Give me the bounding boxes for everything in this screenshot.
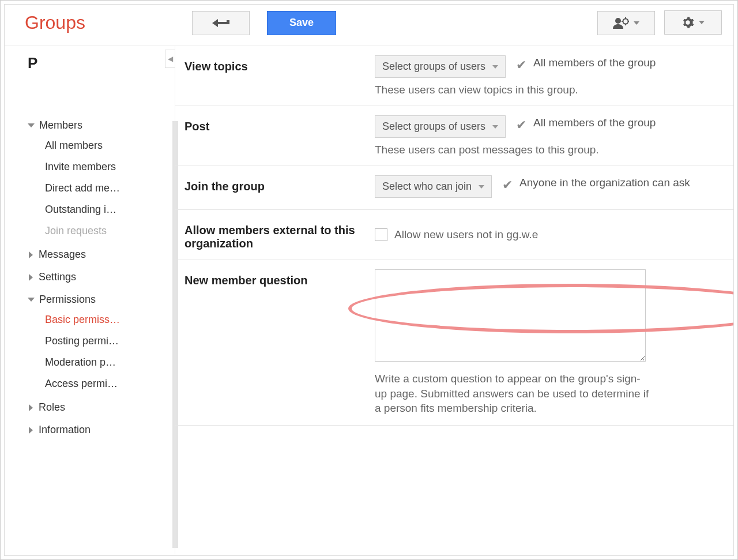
svg-point-0 xyxy=(615,18,621,24)
chevron-down-icon xyxy=(28,298,35,302)
allow-external-label: Allow members external to this organizat… xyxy=(184,219,375,250)
nav-roles[interactable]: Roles xyxy=(28,398,175,417)
top-bar: Groups Save xyxy=(5,5,733,46)
sidebar-letter: P xyxy=(28,54,175,72)
view-topics-summary: All members of the group xyxy=(533,55,710,70)
nav-basic-permissions[interactable]: Basic permiss… xyxy=(45,309,140,330)
nav-messages[interactable]: Messages xyxy=(28,245,175,264)
settings-panel: View topics Select groups of users ✔ All… xyxy=(175,46,733,554)
chevron-down-icon xyxy=(28,123,35,127)
chevron-right-icon xyxy=(29,404,33,411)
chevron-down-icon xyxy=(479,185,484,189)
nav-members[interactable]: Members xyxy=(28,116,175,135)
nav-outstanding[interactable]: Outstanding i… xyxy=(45,199,140,220)
back-arrow-icon xyxy=(212,18,229,28)
chevron-down-icon xyxy=(699,21,705,24)
post-summary: All members of the group xyxy=(533,115,710,130)
new-member-question-label: New member question xyxy=(184,269,375,416)
member-settings-button[interactable] xyxy=(597,11,655,35)
chevron-down-icon xyxy=(492,125,498,129)
chevron-down-icon xyxy=(634,21,639,25)
nav-invite-members[interactable]: Invite members xyxy=(45,156,140,178)
allow-external-checkbox-label: Allow new users not in gg.w.e xyxy=(394,228,538,241)
person-gear-icon xyxy=(613,17,629,29)
join-select[interactable]: Select who can join xyxy=(375,175,492,198)
nav-permissions[interactable]: Permissions xyxy=(28,290,175,309)
join-label: Join the group xyxy=(184,175,375,200)
new-member-question-textarea[interactable] xyxy=(375,269,646,362)
nav-settings[interactable]: Settings xyxy=(28,268,175,287)
check-icon: ✔ xyxy=(516,118,526,133)
allow-external-checkbox[interactable] xyxy=(375,228,387,241)
save-button[interactable]: Save xyxy=(267,11,336,35)
sidebar-collapse-tab[interactable]: ◀ xyxy=(165,50,175,68)
nav-all-members[interactable]: All members xyxy=(45,135,140,156)
view-topics-label: View topics xyxy=(184,55,375,96)
gear-icon xyxy=(681,16,694,29)
new-member-question-desc: Write a custom question to appear on the… xyxy=(375,371,652,416)
chevron-right-icon xyxy=(29,251,33,258)
app-title: Groups xyxy=(25,12,192,33)
back-button[interactable] xyxy=(192,11,250,35)
post-desc: These users can post messages to this gr… xyxy=(375,144,710,156)
view-topics-desc: These users can view topics in this grou… xyxy=(375,84,710,96)
nav-information[interactable]: Information xyxy=(28,420,175,439)
check-icon: ✔ xyxy=(516,58,526,73)
chevron-down-icon xyxy=(492,65,498,69)
view-topics-select[interactable]: Select groups of users xyxy=(375,55,506,78)
nav-moderation-permissions[interactable]: Moderation p… xyxy=(45,352,140,373)
svg-point-1 xyxy=(623,19,628,24)
chevron-right-icon xyxy=(29,274,33,281)
sidebar: P ◀ Members All members Invite members D… xyxy=(5,46,175,554)
join-summary: Anyone in the organization can ask xyxy=(519,175,710,190)
chevron-right-icon xyxy=(29,427,33,434)
nav-join-requests[interactable]: Join requests xyxy=(45,220,140,242)
post-label: Post xyxy=(184,115,375,156)
settings-gear-button[interactable] xyxy=(664,10,722,35)
nav-direct-add[interactable]: Direct add me… xyxy=(45,178,140,199)
post-select[interactable]: Select groups of users xyxy=(375,115,506,138)
nav-access-permissions[interactable]: Access permi… xyxy=(45,373,140,394)
check-icon: ✔ xyxy=(502,178,513,193)
nav-posting-permissions[interactable]: Posting permi… xyxy=(45,330,140,352)
